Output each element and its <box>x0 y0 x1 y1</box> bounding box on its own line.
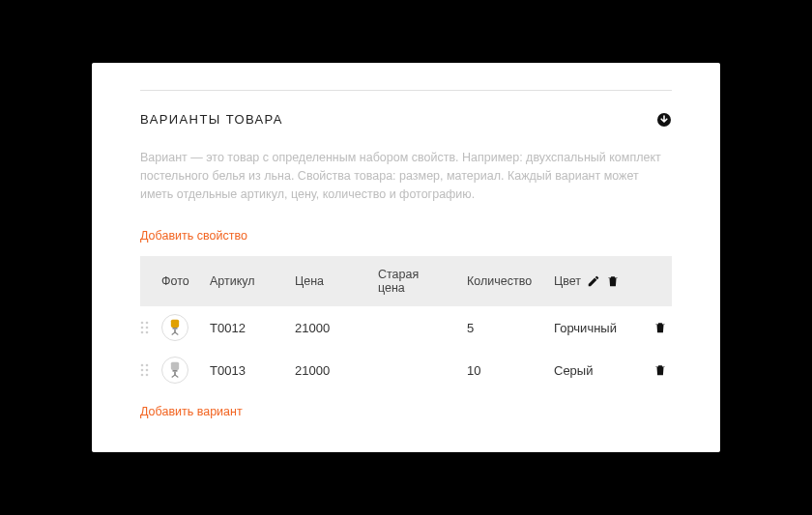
cell-qty[interactable]: 10 <box>467 363 554 378</box>
table-header-row: Фото Артикул Цена Старая цена Количество… <box>140 256 672 307</box>
column-header-sku: Артикул <box>210 274 295 288</box>
section-header: ВАРИАНТЫ ТОВАРА <box>140 112 672 128</box>
cell-photo[interactable] <box>161 357 210 384</box>
cell-price[interactable]: 21000 <box>295 363 378 378</box>
drag-handle-icon[interactable] <box>140 320 161 335</box>
svg-point-4 <box>146 327 149 329</box>
old-price-line2: цена <box>378 281 467 295</box>
thumb-chair-icon <box>161 357 188 384</box>
svg-rect-7 <box>173 328 178 329</box>
cell-color[interactable]: Горчичный <box>554 321 649 335</box>
add-variant-link[interactable]: Добавить вариант <box>140 405 243 418</box>
variants-card: ВАРИАНТЫ ТОВАРА Вариант — это товар с оп… <box>92 63 720 453</box>
column-header-old-price: Старая цена <box>378 268 467 296</box>
cell-sku[interactable]: T0013 <box>210 363 295 378</box>
cell-qty[interactable]: 5 <box>467 321 554 335</box>
column-header-color: Цвет <box>554 274 649 288</box>
svg-point-11 <box>141 369 144 372</box>
cell-sku[interactable]: T0012 <box>210 321 295 335</box>
drag-handle-icon[interactable] <box>140 362 161 378</box>
svg-point-9 <box>141 364 144 367</box>
svg-point-1 <box>141 322 144 325</box>
section-title: ВАРИАНТЫ ТОВАРА <box>140 112 283 127</box>
cell-photo[interactable] <box>161 314 210 341</box>
table-row: T0013 21000 10 Серый <box>140 349 672 391</box>
section-description: Вариант — это товар с определенным набор… <box>140 149 672 205</box>
delete-column-icon[interactable] <box>606 274 620 288</box>
thumb-chair-icon <box>161 314 188 341</box>
top-divider <box>140 90 672 91</box>
column-header-qty: Количество <box>467 274 554 288</box>
delete-row-icon[interactable] <box>653 363 667 377</box>
variants-table: Фото Артикул Цена Старая цена Количество… <box>140 256 672 392</box>
svg-point-14 <box>146 374 149 377</box>
cell-delete <box>649 363 672 377</box>
svg-point-12 <box>146 369 149 372</box>
svg-point-3 <box>141 327 144 329</box>
svg-rect-15 <box>173 370 178 372</box>
svg-point-5 <box>141 331 144 334</box>
cell-color[interactable]: Серый <box>554 363 649 378</box>
svg-point-6 <box>146 331 149 334</box>
svg-point-13 <box>141 374 144 377</box>
svg-point-10 <box>146 364 149 367</box>
color-header-label: Цвет <box>554 274 581 288</box>
edit-column-icon[interactable] <box>587 274 600 288</box>
column-header-price: Цена <box>295 274 378 288</box>
table-row: T0012 21000 5 Горчичный <box>140 306 672 349</box>
column-header-photo: Фото <box>161 274 210 288</box>
svg-point-2 <box>146 322 149 325</box>
add-property-link[interactable]: Добавить свойство <box>140 229 247 243</box>
delete-row-icon[interactable] <box>653 321 667 334</box>
collapse-icon[interactable] <box>656 112 672 128</box>
cell-delete <box>649 321 672 334</box>
old-price-line1: Старая <box>378 268 467 281</box>
cell-price[interactable]: 21000 <box>295 321 378 335</box>
